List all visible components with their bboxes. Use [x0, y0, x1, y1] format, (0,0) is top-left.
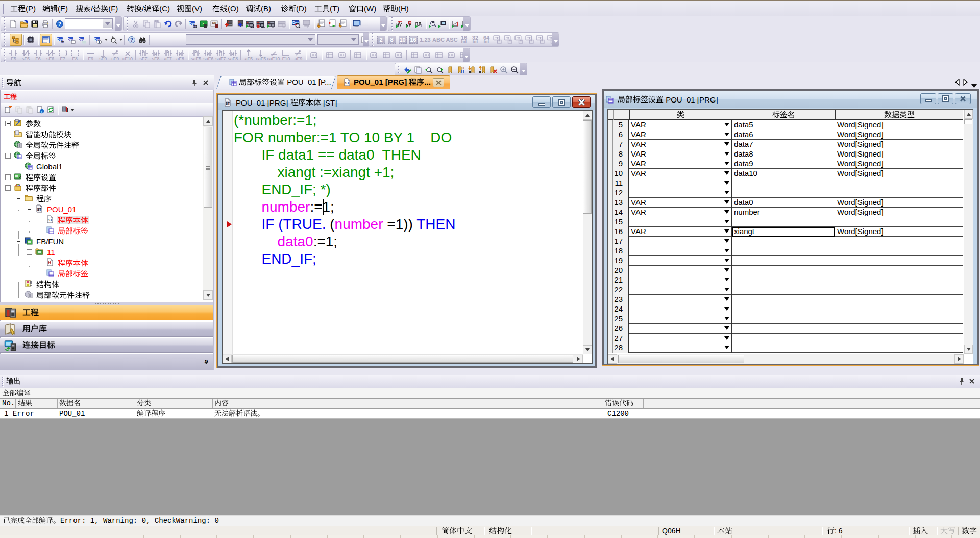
svg-text:?: ? — [58, 21, 61, 27]
svg-text:Dev: Dev — [68, 37, 74, 41]
svg-text:ST: ST — [345, 81, 349, 84]
svg-text:i: i — [41, 110, 42, 114]
svg-text:Dev: Dev — [57, 37, 63, 41]
svg-text:?: ? — [130, 37, 133, 43]
svg-text:ST: ST — [226, 101, 230, 105]
svg-text:IL: IL — [462, 67, 464, 70]
svg-text:Dev: Dev — [189, 21, 195, 25]
svg-text:Dev: Dev — [79, 37, 85, 41]
svg-text:ST: ST — [48, 218, 52, 221]
svg-text:ST: ST — [37, 207, 41, 211]
